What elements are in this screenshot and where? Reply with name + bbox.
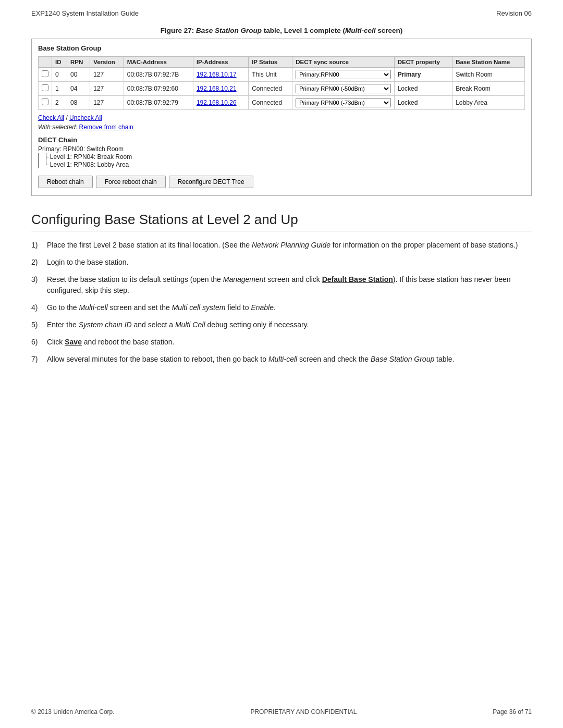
col-mac: MAC-Address — [124, 57, 193, 68]
row-id: 0 — [52, 68, 67, 82]
with-selected-label: With selected: — [38, 124, 77, 131]
dect-chain-section: DECT Chain Primary: RPN00: Switch Room ├… — [38, 136, 525, 168]
list-item-num: 4) — [31, 302, 47, 313]
row-station-name: Break Room — [452, 82, 525, 96]
figure-title-italic: Base Station Group — [196, 27, 262, 34]
col-rpn: RPN — [67, 57, 90, 68]
row-station-name: Switch Room — [452, 68, 525, 82]
col-ip-status: IP Status — [249, 57, 292, 68]
page-footer: © 2013 Uniden America Corp. PROPRIETARY … — [0, 708, 563, 715]
row-version: 127 — [90, 96, 124, 110]
row-checkbox[interactable] — [42, 98, 48, 105]
dect-sync-select[interactable]: Primary RPN00 (-50dBm) — [296, 84, 390, 93]
header-right: Revision 06 — [496, 9, 532, 17]
bsg-section-title: Base Station Group — [38, 44, 525, 52]
col-dect-property: DECT property — [394, 57, 452, 68]
col-checkbox — [39, 57, 52, 68]
figure-title-prefix: Figure 27: — [161, 27, 196, 34]
list-item: 4)Go to the Multi-cell screen and set th… — [31, 302, 532, 313]
list-item-content: Login to the base station. — [47, 257, 532, 268]
row-checkbox[interactable] — [42, 84, 48, 91]
numbered-list: 1)Place the first Level 2 base station a… — [31, 240, 532, 365]
with-selected-row: With selected: Remove from chain — [38, 124, 525, 131]
row-checkbox-cell — [39, 96, 52, 110]
header-left: EXP1240 System Installation Guide — [31, 9, 139, 17]
list-item: 7)Allow several minutes for the base sta… — [31, 354, 532, 365]
row-checkbox[interactable] — [42, 70, 48, 77]
figure-title: Figure 27: Base Station Group table, Lev… — [31, 27, 532, 34]
dect-sync-select[interactable]: Primary RPN00 (-73dBm) — [296, 98, 390, 107]
check-all-link[interactable]: Check All — [38, 114, 64, 121]
row-ip-status: This Unit — [249, 68, 292, 82]
figure-title-suffix: screen) — [375, 27, 402, 34]
row-rpn: 04 — [67, 82, 90, 96]
list-item-num: 3) — [31, 274, 47, 296]
row-id: 2 — [52, 96, 67, 110]
row-ip[interactable]: 192.168.10.21 — [193, 82, 248, 96]
figure-title-middle: table, Level 1 complete ( — [262, 27, 345, 34]
list-item-content: Enter the System chain ID and select a M… — [47, 319, 532, 330]
dect-chain-title: DECT Chain — [38, 136, 525, 144]
list-item: 5)Enter the System chain ID and select a… — [31, 319, 532, 330]
row-dect-sync[interactable]: Primary RPN00 (-73dBm) — [292, 96, 394, 110]
section-heading: Configuring Base Stations at Level 2 and… — [31, 212, 532, 231]
row-dect-property: Locked — [394, 82, 452, 96]
table-row: 00012700:08:7B:07:92:7B192.168.10.17This… — [39, 68, 525, 82]
row-mac: 00:08:7B:07:92:60 — [124, 82, 193, 96]
dect-level-1: ├ Level 1: RPN04: Break Room — [44, 153, 525, 161]
col-version: Version — [90, 57, 124, 68]
row-dect-property: Primary — [394, 68, 452, 82]
list-item: 6)Click Save and reboot the base station… — [31, 337, 532, 348]
footer-center: PROPRIETARY AND CONFIDENTIAL — [250, 708, 357, 715]
dect-chain-levels: ├ Level 1: RPN04: Break Room └ Level 1: … — [38, 153, 525, 168]
page-header: EXP1240 System Installation Guide Revisi… — [0, 0, 563, 21]
reboot-chain-button[interactable]: Reboot chain — [38, 176, 93, 188]
row-ip-status: Connected — [249, 96, 292, 110]
row-station-name: Lobby Area — [452, 96, 525, 110]
col-base-name: Base Station Name — [452, 57, 525, 68]
list-item-num: 5) — [31, 319, 47, 330]
figure-title-italic2: Multi-cell — [345, 27, 376, 34]
list-item-num: 6) — [31, 337, 47, 348]
col-dect-sync: DECT sync source — [292, 57, 394, 68]
col-id: ID — [52, 57, 67, 68]
footer-right: Page 36 of 71 — [493, 708, 532, 715]
row-checkbox-cell — [39, 82, 52, 96]
row-dect-property: Locked — [394, 96, 452, 110]
list-item-content: Click Save and reboot the base station. — [47, 337, 532, 348]
col-ip: IP-Address — [193, 57, 248, 68]
row-version: 127 — [90, 82, 124, 96]
row-ip[interactable]: 192.168.10.26 — [193, 96, 248, 110]
dect-chain-primary: Primary: RPN00: Switch Room — [38, 145, 525, 153]
row-checkbox-cell — [39, 68, 52, 82]
row-ip[interactable]: 192.168.10.17 — [193, 68, 248, 82]
figure-box: Base Station Group ID RPN Version MAC-Ad… — [31, 39, 532, 196]
row-mac: 00:08:7B:07:92:7B — [124, 68, 193, 82]
page-content: Figure 27: Base Station Group table, Lev… — [0, 21, 563, 402]
list-item: 1)Place the first Level 2 base station a… — [31, 240, 532, 251]
remove-from-chain-link[interactable]: Remove from chain — [79, 124, 133, 131]
row-mac: 00:08:7B:07:92:79 — [124, 96, 193, 110]
reconfigure-dect-tree-button[interactable]: Reconfigure DECT Tree — [169, 176, 253, 188]
row-dect-sync[interactable]: Primary RPN00 (-50dBm) — [292, 82, 394, 96]
table-row: 10412700:08:7B:07:92:60192.168.10.21Conn… — [39, 82, 525, 96]
row-rpn: 08 — [67, 96, 90, 110]
list-item-content: Place the first Level 2 base station at … — [47, 240, 532, 251]
force-reboot-chain-button[interactable]: Force reboot chain — [96, 176, 166, 188]
list-item-content: Reset the base station to its default se… — [47, 274, 532, 296]
list-item-num: 2) — [31, 257, 47, 268]
uncheck-all-link[interactable]: Uncheck All — [69, 114, 102, 121]
row-ip-status: Connected — [249, 82, 292, 96]
row-id: 1 — [52, 82, 67, 96]
list-item: 3)Reset the base station to its default … — [31, 274, 532, 296]
table-row: 20812700:08:7B:07:92:79192.168.10.26Conn… — [39, 96, 525, 110]
base-station-table: ID RPN Version MAC-Address IP-Address IP… — [38, 56, 525, 110]
dect-sync-select[interactable]: Primary:RPN00 — [296, 70, 390, 79]
button-row: Reboot chain Force reboot chain Reconfig… — [38, 176, 525, 188]
list-item-content: Go to the Multi-cell screen and set the … — [47, 302, 532, 313]
row-dect-sync[interactable]: Primary:RPN00 — [292, 68, 394, 82]
row-version: 127 — [90, 68, 124, 82]
list-item-num: 1) — [31, 240, 47, 251]
list-item-num: 7) — [31, 354, 47, 365]
row-rpn: 00 — [67, 68, 90, 82]
